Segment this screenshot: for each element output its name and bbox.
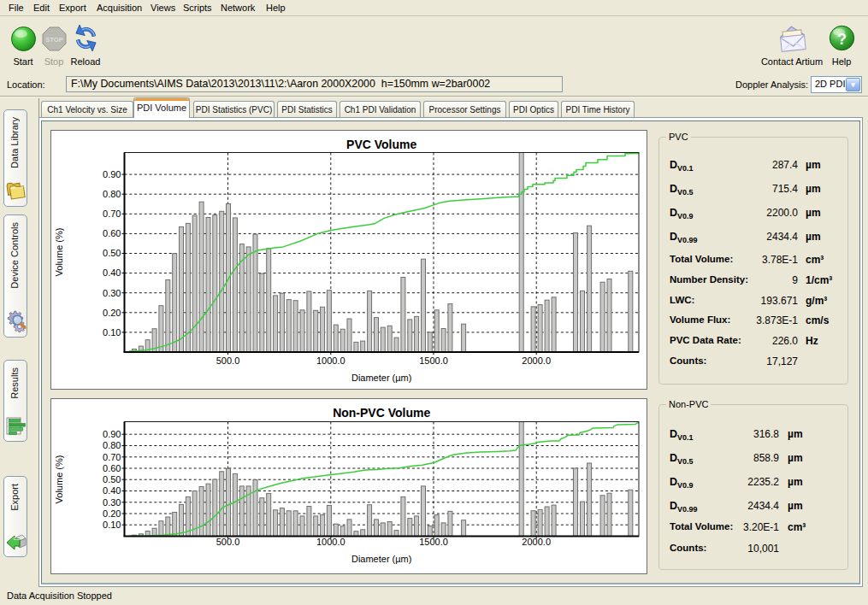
svg-text:0.40: 0.40	[103, 485, 121, 496]
svg-text:0.80: 0.80	[103, 440, 121, 450]
svg-text:PVC Volume: PVC Volume	[346, 138, 416, 151]
svg-text:0.90: 0.90	[103, 169, 121, 179]
svg-text:0.40: 0.40	[103, 267, 121, 278]
svg-text:0.90: 0.90	[103, 429, 121, 439]
svg-text:0.20: 0.20	[103, 508, 121, 519]
svg-text:Diameter (µm): Diameter (µm)	[351, 554, 412, 564]
svg-text:0.50: 0.50	[103, 474, 121, 485]
svg-text:0.80: 0.80	[103, 189, 121, 199]
svg-text:0.10: 0.10	[103, 327, 121, 338]
svg-text:0.10: 0.10	[103, 520, 121, 530]
svg-text:0.60: 0.60	[103, 463, 121, 473]
svg-text:Non-PVC Volume: Non-PVC Volume	[333, 406, 430, 420]
svg-text:1000.0: 1000.0	[316, 355, 345, 366]
svg-text:Volume (%): Volume (%)	[54, 455, 64, 504]
svg-text:2000.0: 2000.0	[522, 355, 551, 366]
svg-text:1500.0: 1500.0	[419, 355, 448, 366]
svg-text:500.0: 500.0	[216, 355, 240, 366]
svg-text:0.70: 0.70	[103, 452, 121, 462]
svg-text:?: ?	[837, 31, 847, 48]
svg-text:0.30: 0.30	[103, 288, 121, 298]
svg-text:0.30: 0.30	[103, 497, 121, 508]
svg-text:Diameter (µm): Diameter (µm)	[351, 373, 412, 383]
svg-text:STOP: STOP	[45, 36, 62, 44]
svg-text:0.60: 0.60	[103, 228, 121, 238]
svg-text:0.50: 0.50	[103, 248, 121, 258]
svg-text:0.70: 0.70	[103, 209, 121, 219]
svg-text:0.20: 0.20	[103, 308, 121, 318]
svg-text:Volume (%): Volume (%)	[54, 228, 64, 277]
